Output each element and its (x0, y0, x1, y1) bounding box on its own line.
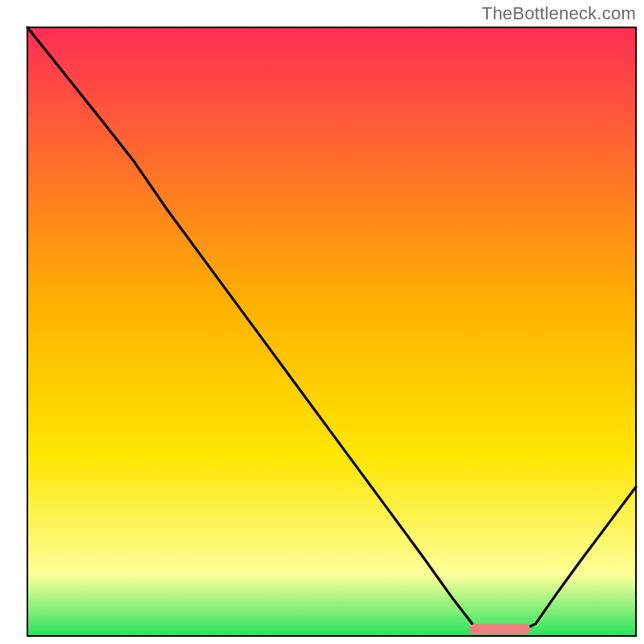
chart-container: { "watermark": "TheBottleneck.com", "col… (0, 0, 644, 644)
chart-svg (0, 0, 644, 644)
optimum-marker (469, 625, 530, 634)
plot-background (27, 27, 636, 636)
